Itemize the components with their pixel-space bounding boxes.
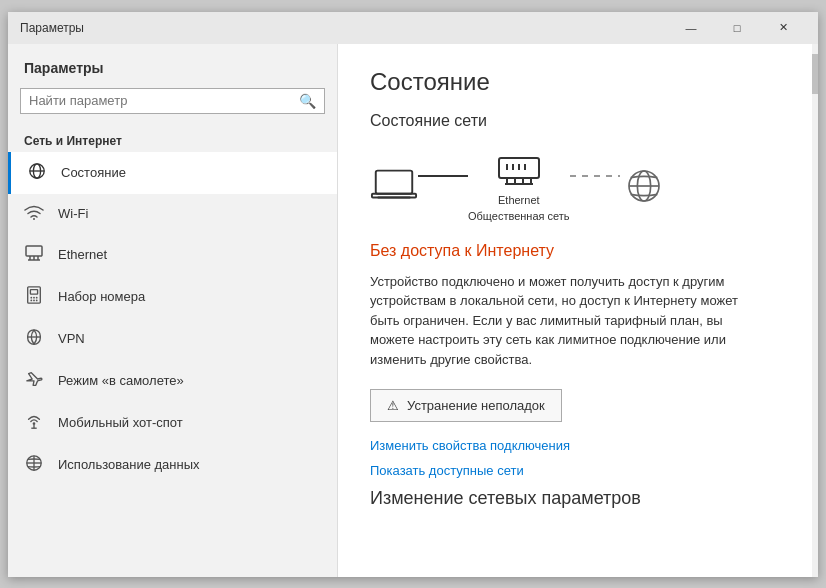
troubleshoot-button[interactable]: ⚠ Устранение неполадок <box>370 389 562 422</box>
description-text: Устройство подключено и может получить д… <box>370 272 750 370</box>
minimize-button[interactable]: — <box>668 12 714 44</box>
network-type-label: Общественная сеть <box>468 210 570 222</box>
sidebar-item-hotspot[interactable]: Мобильный хот-спот <box>8 402 337 444</box>
ethernet-label: Ethernet <box>498 194 540 206</box>
search-icon: 🔍 <box>299 93 316 109</box>
change-section-title: Изменение сетевых параметров <box>370 488 786 509</box>
airplane-icon <box>24 370 44 392</box>
window-content: Параметры 🔍 Сеть и Интернет Состояние <box>8 44 818 577</box>
sidebar-item-status-label: Состояние <box>61 165 126 180</box>
vpn-icon <box>24 328 44 350</box>
window-controls: — □ ✕ <box>668 12 806 44</box>
close-button[interactable]: ✕ <box>760 12 806 44</box>
sidebar-item-dialup-label: Набор номера <box>58 289 145 304</box>
dialup-icon <box>24 286 44 308</box>
sidebar-item-airplane-label: Режим «в самолете» <box>58 373 184 388</box>
sidebar-item-data-label: Использование данных <box>58 457 200 472</box>
wifi-icon <box>24 204 44 224</box>
show-networks-link[interactable]: Показать доступные сети <box>370 463 786 478</box>
svg-point-11 <box>30 296 32 298</box>
sidebar-item-vpn[interactable]: VPN <box>8 318 337 360</box>
network-diagram: Ethernet Общественная сеть <box>370 150 786 222</box>
svg-point-18 <box>33 422 36 425</box>
sidebar-item-wifi[interactable]: Wi-Fi <box>8 194 337 234</box>
ethernet-switch-container: Ethernet Общественная сеть <box>468 150 570 222</box>
svg-rect-4 <box>26 246 42 256</box>
sidebar-section-header: Сеть и Интернет <box>8 126 337 152</box>
sidebar: Параметры 🔍 Сеть и Интернет Состояние <box>8 44 338 577</box>
svg-rect-10 <box>30 289 37 294</box>
search-box[interactable]: 🔍 <box>20 88 325 114</box>
svg-point-15 <box>33 299 35 301</box>
settings-window: Параметры — □ ✕ Параметры 🔍 Сеть и Интер… <box>8 12 818 577</box>
change-properties-link[interactable]: Изменить свойства подключения <box>370 438 786 453</box>
globe-icon-container <box>620 166 668 206</box>
sidebar-item-dialup[interactable]: Набор номера <box>8 276 337 318</box>
hotspot-icon <box>24 412 44 434</box>
window-title: Параметры <box>20 21 668 35</box>
sidebar-item-status[interactable]: Состояние <box>8 152 337 194</box>
svg-point-16 <box>36 299 38 301</box>
sidebar-item-data[interactable]: Использование данных <box>8 444 337 486</box>
search-input[interactable] <box>29 93 299 108</box>
sidebar-item-wifi-label: Wi-Fi <box>58 206 88 221</box>
sidebar-item-vpn-label: VPN <box>58 331 85 346</box>
sidebar-item-ethernet-label: Ethernet <box>58 247 107 262</box>
svg-point-3 <box>33 218 35 220</box>
sidebar-item-ethernet[interactable]: Ethernet <box>8 234 337 276</box>
sidebar-title: Параметры <box>8 44 337 88</box>
warning-icon: ⚠ <box>387 398 399 413</box>
maximize-button[interactable]: □ <box>714 12 760 44</box>
sidebar-item-airplane[interactable]: Режим «в самолете» <box>8 360 337 402</box>
svg-point-13 <box>36 296 38 298</box>
network-status-title: Состояние сети <box>370 112 786 130</box>
no-internet-text: Без доступа к Интернету <box>370 242 786 260</box>
scrollbar[interactable] <box>812 44 818 577</box>
svg-point-12 <box>33 296 35 298</box>
main-content: Состояние Состояние сети <box>338 44 818 577</box>
data-icon <box>24 454 44 476</box>
laptop-icon-container <box>370 166 418 206</box>
line-dashed <box>570 175 620 177</box>
status-icon <box>27 162 47 184</box>
svg-point-14 <box>30 299 32 301</box>
title-bar: Параметры — □ ✕ <box>8 12 818 44</box>
troubleshoot-label: Устранение неполадок <box>407 398 545 413</box>
sidebar-item-hotspot-label: Мобильный хот-спот <box>58 415 183 430</box>
page-title: Состояние <box>370 68 786 96</box>
scrollbar-thumb[interactable] <box>812 54 818 94</box>
svg-rect-24 <box>376 170 412 193</box>
line-solid <box>418 175 468 177</box>
ethernet-icon <box>24 244 44 266</box>
